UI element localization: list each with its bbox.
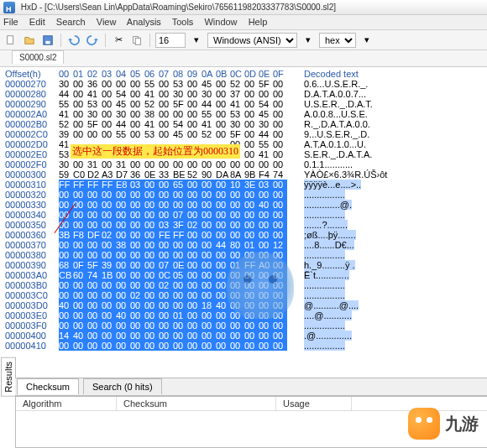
tab-checksum[interactable]: Checksum [17, 378, 79, 394]
logo-text: 九游 [445, 413, 479, 435]
hex-row[interactable]: 00000310FFFFFFFFE803000065000000103E0300… [5, 180, 487, 190]
svg-rect-0 [8, 35, 13, 44]
menu-window[interactable]: Window [204, 17, 237, 27]
cut-icon[interactable]: ✂ [111, 33, 126, 48]
col-usage[interactable]: Usage [276, 397, 352, 410]
svg-rect-4 [135, 38, 140, 44]
open-file-icon[interactable] [22, 33, 37, 48]
menu-bar: File Edit Search View Analysis Tools Win… [0, 15, 487, 30]
hex-row[interactable]: 0000041000000000000000000000000000000000… [5, 341, 487, 351]
title-bar: HxD - [C:\Users\Sean Lin\AppData\Roaming… [0, 0, 487, 15]
dropdown-icon[interactable]: ▾ [359, 33, 374, 48]
window-title: HxD - [C:\Users\Sean Lin\AppData\Roaming… [21, 3, 336, 12]
menu-tools[interactable]: Tools [172, 17, 194, 27]
watermark-ghost-icon [227, 252, 294, 319]
hex-row[interactable]: 000002F030003100310000000000000000000000… [5, 159, 487, 169]
results-side-tab[interactable]: Results [1, 357, 16, 397]
hex-row[interactable]: 0000037000000000380000000000004480010012… [5, 240, 487, 250]
annotation-text: 选中这一段数据，起始位置为0000310 [71, 144, 240, 159]
bottom-tabstrip: Checksum Search (0 hits) [15, 378, 487, 396]
file-tabs: S0000.sl2 [0, 50, 487, 67]
separator [105, 34, 106, 47]
bytes-per-row-input[interactable] [155, 33, 186, 48]
hex-row[interactable]: 0000034000000000000000000700000000000000… [5, 210, 487, 220]
hex-row[interactable]: 000003F000000000000000000000000000000000… [5, 320, 487, 331]
menu-analysis[interactable]: Analysis [127, 17, 161, 27]
separator [149, 34, 150, 47]
dropdown-icon[interactable]: ▾ [301, 33, 316, 48]
menu-file[interactable]: File [3, 17, 18, 27]
menu-view[interactable]: View [97, 17, 117, 27]
tab-file[interactable]: S0000.sl2 [12, 50, 64, 64]
save-icon[interactable] [40, 33, 55, 48]
separator [60, 34, 61, 47]
redo-icon[interactable] [85, 33, 100, 48]
hex-row[interactable]: 0000030059C0D2A3D7360E33BE5290DA8A9BF474… [5, 169, 487, 180]
hex-row[interactable]: 0000027030003600000055005300450052005F00… [5, 79, 487, 89]
hex-row[interactable]: 0000028044004100540041003000300037000000… [5, 89, 487, 99]
undo-icon[interactable] [66, 33, 81, 48]
menu-edit[interactable]: Edit [29, 17, 45, 27]
encoding-select[interactable]: Windows (ANSI) [207, 33, 297, 48]
hex-row[interactable]: 000002B052005F00440041005400410030003000… [5, 119, 487, 129]
hex-row[interactable]: 0000033000000000000000000000000000004000… [5, 200, 487, 210]
col-checksum[interactable]: Checksum [117, 397, 276, 410]
app-icon [3, 2, 15, 13]
tab-search[interactable]: Search (0 hits) [83, 378, 162, 394]
hex-row[interactable]: 0000029055005300450052005F00440041005400… [5, 99, 487, 109]
toolbar: ✂ ▾ Windows (ANSI) ▾ hex ▾ [0, 30, 487, 50]
hex-row[interactable]: 0000032000000000000000000000000000000000… [5, 190, 487, 200]
col-algorithm[interactable]: Algorithm [16, 397, 117, 410]
svg-rect-2 [45, 40, 50, 44]
new-file-icon[interactable] [3, 33, 18, 48]
hex-row[interactable]: 000003603BF8DF02000000FEFF00000000000000… [5, 230, 487, 240]
menu-search[interactable]: Search [56, 17, 86, 27]
viewmode-select[interactable]: hex [319, 33, 356, 48]
hex-row[interactable]: 000002A041003000300038000000550053004500… [5, 109, 487, 119]
hex-row[interactable]: 000002C03900000055005300450052005F004400… [5, 129, 487, 139]
hex-row[interactable]: 0000035000000000000000033F02000000000000… [5, 220, 487, 230]
stepper-icon[interactable]: ▾ [189, 33, 204, 48]
menu-help[interactable]: Help [249, 17, 268, 27]
ninegame-icon [408, 408, 440, 440]
hex-row[interactable]: 0000040014400000000000000000000000000000… [5, 331, 487, 341]
copy-icon[interactable] [129, 33, 144, 48]
watermark-logo: 九游 [408, 408, 479, 440]
